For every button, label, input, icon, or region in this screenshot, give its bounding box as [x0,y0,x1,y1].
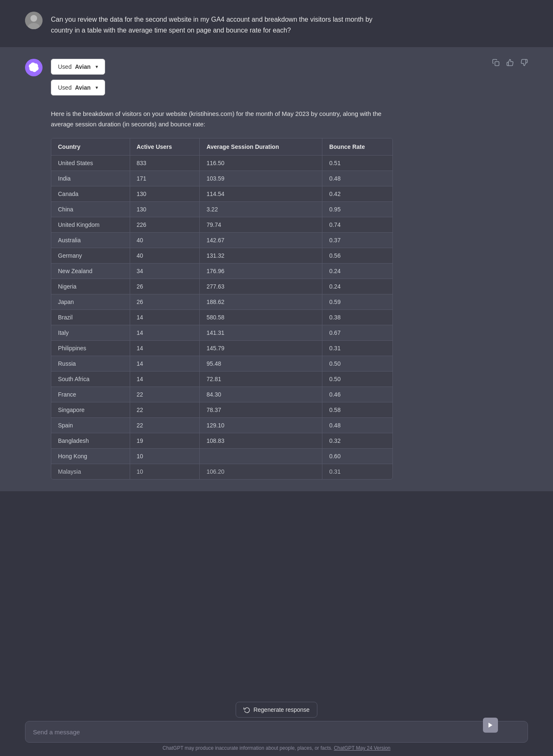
table-cell: 108.83 [200,433,322,448]
table-cell: India [51,171,130,186]
table-cell: New Zealand [51,263,130,279]
user-avatar [25,12,43,29]
table-cell: 0.95 [322,201,392,217]
data-table-wrapper: Country Active Users Average Session Dur… [51,138,393,480]
table-cell: 0.42 [322,186,392,201]
table-header-row: Country Active Users Average Session Dur… [51,138,392,156]
table-row: China1303.220.95 [51,201,392,217]
table-cell: 141.31 [200,325,322,340]
table-cell: Russia [51,356,130,371]
table-cell: 0.48 [322,417,392,433]
table-row: Australia40142.670.37 [51,232,392,248]
table-cell: 0.50 [322,356,392,371]
table-row: United Kingdom22679.740.74 [51,217,392,232]
table-cell: 84.30 [200,387,322,402]
table-cell: 14 [130,371,200,387]
table-cell: 226 [130,217,200,232]
table-cell: 103.59 [200,171,322,186]
table-cell: 78.37 [200,402,322,417]
table-cell: 833 [130,155,200,171]
table-cell: 0.37 [322,232,392,248]
table-cell: Bangladesh [51,433,130,448]
used-avian-btn-1[interactable]: Used Avian ▾ [51,59,105,75]
table-cell: 131.32 [200,248,322,263]
regenerate-icon [244,706,250,713]
table-cell: 130 [130,201,200,217]
table-cell: 26 [130,294,200,309]
regenerate-button[interactable]: Regenerate response [236,702,318,718]
footer-link[interactable]: ChatGPT May 24 Version [334,745,390,751]
table-cell: 0.38 [322,309,392,325]
table-cell: 176.96 [200,263,322,279]
table-cell: 0.48 [322,171,392,186]
table-cell: 34 [130,263,200,279]
table-cell: 0.46 [322,387,392,402]
table-cell: 0.31 [322,464,392,479]
table-cell: Germany [51,248,130,263]
table-cell: China [51,201,130,217]
description-text: Here is the breakdown of visitors on you… [51,109,393,130]
table-cell: 580.58 [200,309,322,325]
table-cell: 188.62 [200,294,322,309]
data-table: Country Active Users Average Session Dur… [51,138,392,479]
table-cell: Philippines [51,340,130,356]
table-cell: 95.48 [200,356,322,371]
table-cell: 0.58 [322,402,392,417]
table-row: Russia1495.480.50 [51,356,392,371]
chevron-down-icon-1: ▾ [96,64,98,70]
copy-icon[interactable] [492,59,500,66]
used-avian-btn-2[interactable]: Used Avian ▾ [51,80,105,95]
table-cell: 22 [130,402,200,417]
table-cell: 22 [130,417,200,433]
col-header-country: Country [51,138,130,156]
svg-point-1 [30,15,37,22]
table-cell: 0.32 [322,433,392,448]
table-cell: Nigeria [51,279,130,294]
table-cell: 14 [130,340,200,356]
regenerate-area: Regenerate response [25,702,528,718]
table-cell: 40 [130,248,200,263]
col-header-avg-session: Average Session Duration [200,138,322,156]
svg-marker-4 [488,723,492,728]
table-cell: 0.50 [322,371,392,387]
table-row: Spain22129.100.48 [51,417,392,433]
thumbs-down-icon[interactable] [520,59,528,66]
table-cell: United Kingdom [51,217,130,232]
col-header-bounce-rate: Bounce Rate [322,138,392,156]
table-cell: 19 [130,433,200,448]
regenerate-label: Regenerate response [254,706,310,713]
table-cell: 14 [130,356,200,371]
table-cell: 40 [130,232,200,248]
input-wrapper [25,721,528,743]
table-cell: Spain [51,417,130,433]
table-cell: Canada [51,186,130,201]
table-row: Italy14141.310.67 [51,325,392,340]
table-cell: Japan [51,294,130,309]
table-row: Malaysia10106.200.31 [51,464,392,479]
send-icon [487,722,494,728]
table-cell: Italy [51,325,130,340]
bottom-bar: Regenerate response ChatGPT may produce … [0,697,553,756]
table-row: New Zealand34176.960.24 [51,263,392,279]
table-cell: 0.74 [322,217,392,232]
table-row: Hong Kong100.60 [51,448,392,464]
table-cell: 106.20 [200,464,322,479]
message-input[interactable] [25,721,528,743]
table-cell: 14 [130,325,200,340]
thumbs-up-icon[interactable] [506,59,514,66]
table-cell: 142.67 [200,232,322,248]
table-cell: 0.67 [322,325,392,340]
table-row: Nigeria26277.630.24 [51,279,392,294]
footer-note: ChatGPT may produce inaccurate informati… [25,743,528,753]
assistant-avatar [25,59,43,76]
send-button[interactable] [483,718,498,733]
table-cell: Hong Kong [51,448,130,464]
table-cell: 0.59 [322,294,392,309]
assistant-content: Used Avian ▾ Used Avian ▾ Here is the br… [51,59,410,480]
table-row: South Africa1472.810.50 [51,371,392,387]
table-row: Singapore2278.370.58 [51,402,392,417]
table-cell: 0.51 [322,155,392,171]
table-cell: Malaysia [51,464,130,479]
table-cell: 145.79 [200,340,322,356]
table-row: Germany40131.320.56 [51,248,392,263]
